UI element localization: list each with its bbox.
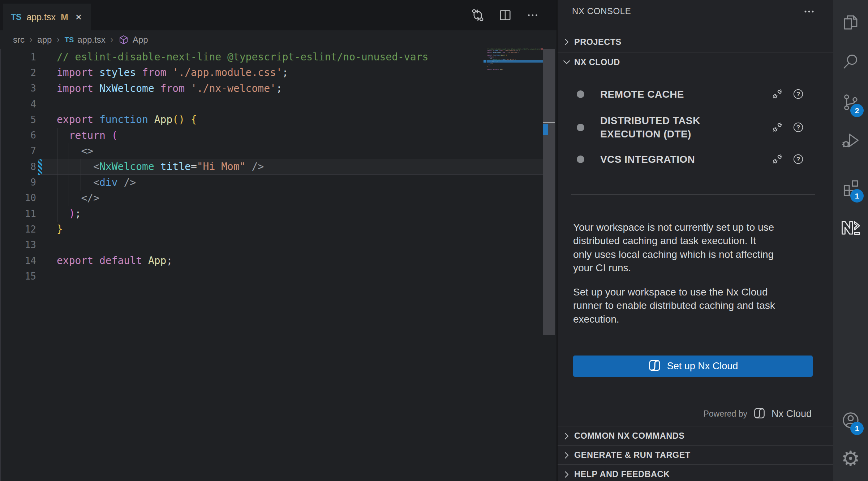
section-help-and-feedback[interactable]: HELP AND FEEDBACK	[558, 464, 833, 481]
breadcrumb-separator: ›	[111, 35, 113, 44]
activity-bar: 2 1 1 ⚙	[833, 0, 868, 481]
explorer-files-icon[interactable]	[833, 7, 868, 38]
overview-ruler-modified-mark	[543, 124, 548, 135]
editor-scrollbar[interactable]	[543, 49, 555, 481]
section-projects[interactable]: PROJECTS	[558, 32, 833, 52]
svg-text:?: ?	[796, 90, 800, 98]
nx-cloud-logo-icon	[648, 359, 661, 374]
tab-app-tsx[interactable]: TS app.tsx M ×	[3, 4, 91, 30]
nx-feature-remote-cache[interactable]: REMOTE CACHE ?	[558, 81, 833, 107]
section-label: NX CLOUD	[574, 58, 620, 67]
status-bullet-icon	[577, 124, 584, 131]
symbol-class-icon	[118, 34, 129, 45]
split-editor-icon[interactable]	[498, 8, 513, 23]
svg-text:?: ?	[796, 156, 800, 163]
chevron-down-icon	[562, 58, 571, 67]
editor-group: TS app.tsx M ×	[0, 0, 557, 481]
button-label: Set up Nx Cloud	[667, 361, 738, 372]
code-editor[interactable]: 1// eslint-disable-next-line @typescript…	[0, 49, 543, 284]
section-nx-cloud[interactable]: NX CLOUD	[558, 52, 833, 72]
chevron-right-icon	[562, 431, 571, 441]
section-label: HELP AND FEEDBACK	[574, 469, 670, 479]
breadcrumb: src › app › TS app.tsx › App	[0, 30, 557, 49]
git-modified-gutter-indicator	[38, 159, 42, 175]
connect-plug-icon[interactable]	[772, 153, 783, 165]
overview-ruler-cursor-mark	[543, 122, 555, 123]
breadcrumb-app[interactable]: app	[37, 35, 52, 45]
code-line: 8 <NxWelcome title="Hi Mom" />	[0, 159, 543, 174]
panel-header: NX CONSOLE	[558, 0, 833, 22]
help-question-icon[interactable]: ?	[792, 88, 804, 100]
code-line: 9 <div />	[0, 174, 543, 190]
powered-by-text: Powered by	[703, 409, 747, 419]
gear-glyph: ⚙	[841, 448, 860, 469]
accounts-badge: 1	[850, 422, 864, 435]
connect-plug-icon[interactable]	[772, 88, 783, 100]
section-common-nx-commands[interactable]: COMMON NX COMMANDS	[558, 426, 833, 446]
connect-plug-icon[interactable]	[772, 122, 783, 133]
minimap[interactable]: // eslint-disable-next-line @typescript-…	[487, 48, 543, 99]
settings-gear-icon[interactable]: ⚙	[833, 443, 868, 474]
typescript-file-icon: TS	[11, 12, 21, 22]
help-question-icon[interactable]: ?	[792, 122, 804, 133]
nx-feature-vcs-integration[interactable]: VCS INTEGRATION ?	[558, 148, 833, 171]
chevron-right-icon	[562, 37, 571, 47]
feature-label: REMOTE CACHE	[600, 88, 684, 101]
minimap-modified-indicator	[484, 60, 486, 63]
divider	[571, 194, 815, 195]
accounts-icon[interactable]: 1	[833, 404, 868, 436]
setup-instruction-text: Set up your workspace to use the Nx Clou…	[573, 285, 775, 326]
code-line: 1// eslint-disable-next-line @typescript…	[0, 49, 543, 65]
feature-label: DISTRIBUTED TASKEXECUTION (DTE)	[600, 114, 700, 141]
section-label: PROJECTS	[574, 37, 622, 47]
nx-cloud-logo-icon	[753, 407, 766, 421]
section-label: GENERATE & RUN TARGET	[574, 450, 691, 460]
code-line: 3import NxWelcome from './nx-welcome';	[0, 81, 543, 96]
code-line: 11 );	[0, 206, 543, 221]
source-control-icon[interactable]: 2	[833, 86, 868, 118]
code-line: 2import styles from './app.module.css';	[0, 65, 543, 80]
more-actions-icon[interactable]	[802, 6, 816, 17]
code-line: 4	[0, 96, 543, 112]
source-control-badge: 2	[850, 104, 864, 117]
extensions-icon[interactable]: 1	[833, 172, 868, 204]
more-actions-icon[interactable]	[525, 8, 540, 23]
svg-text:?: ?	[796, 124, 800, 131]
setup-nx-cloud-button[interactable]: Set up Nx Cloud	[573, 356, 813, 377]
close-tab-icon[interactable]: ×	[76, 12, 82, 22]
chevron-right-icon	[562, 470, 571, 479]
nx-feature-dte[interactable]: DISTRIBUTED TASKEXECUTION (DTE) ?	[558, 107, 833, 148]
breadcrumb-separator: ›	[30, 35, 32, 44]
breadcrumb-file[interactable]: app.tsx	[77, 35, 105, 45]
scrollbar-thumb[interactable]	[543, 49, 555, 335]
tab-bar: TS app.tsx M ×	[0, 0, 557, 30]
section-generate-run-target[interactable]: GENERATE & RUN TARGET	[558, 445, 833, 465]
git-modified-badge: M	[61, 12, 68, 22]
breadcrumb-separator: ›	[57, 35, 59, 44]
extensions-badge: 1	[850, 189, 864, 203]
code-line: 14export default App;	[0, 253, 543, 268]
code-line: 13	[0, 237, 543, 253]
editor-toolbar	[470, 0, 540, 30]
typescript-file-icon: TS	[65, 36, 74, 44]
search-icon[interactable]	[833, 46, 868, 77]
breadcrumb-symbol-app[interactable]: App	[133, 35, 148, 45]
panel-title: NX CONSOLE	[572, 6, 631, 16]
feature-label: VCS INTEGRATION	[600, 153, 695, 166]
nx-cloud-brand-text[interactable]: Nx Cloud	[772, 408, 812, 420]
status-bullet-icon	[577, 90, 584, 98]
code-line: 5export function App() {	[0, 112, 543, 127]
run-and-debug-icon[interactable]	[833, 124, 868, 156]
nx-console-panel: NX CONSOLE PROJECTS NX CLOUD REMOTE CACH…	[557, 0, 833, 481]
code-line: 15	[0, 268, 543, 284]
code-line: 12}	[0, 221, 543, 237]
code-line: 7 <>	[0, 143, 543, 159]
breadcrumb-src[interactable]: src	[13, 35, 25, 45]
chevron-right-icon	[562, 451, 571, 460]
minimap-code: // eslint-disable-next-line @typescript-…	[487, 48, 543, 72]
workspace-status-text: Your workspace is not currently set up t…	[573, 221, 774, 274]
compare-changes-icon[interactable]	[470, 8, 485, 23]
code-line: 10 </>	[0, 190, 543, 206]
nx-console-icon[interactable]	[833, 212, 868, 244]
help-question-icon[interactable]: ?	[792, 153, 804, 165]
